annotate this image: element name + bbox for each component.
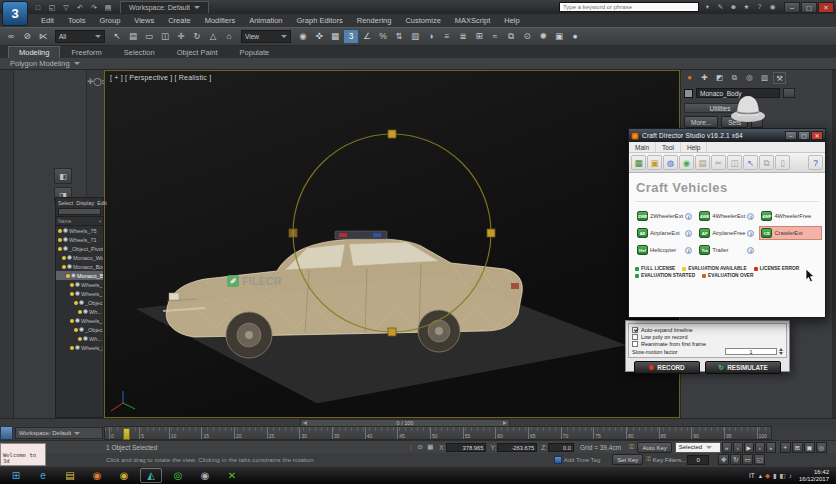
info-icon[interactable]: i <box>747 213 754 220</box>
absolute-mode-icon[interactable]: ▦ <box>425 442 435 452</box>
dialog-menu-item[interactable]: Help <box>681 142 707 152</box>
modify-tab-icon[interactable]: ◩ <box>713 72 726 84</box>
isolate-toggle-icon[interactable]: ¡ <box>405 442 415 452</box>
checkbox[interactable] <box>632 341 638 347</box>
maximize-button[interactable]: ▢ <box>801 2 817 13</box>
panel-scrollbar[interactable] <box>832 70 836 418</box>
menu-item[interactable]: Graph Editors <box>290 14 350 27</box>
zoom-all-icon[interactable]: ⊞ <box>792 442 803 453</box>
tree-row[interactable]: Wheels_71 <box>56 235 103 244</box>
mirror-icon[interactable]: ◑ <box>423 29 439 44</box>
mini-select-icon[interactable]: ◯ <box>93 77 101 86</box>
search-input[interactable] <box>559 2 699 12</box>
slow-motion-input[interactable]: 1 <box>725 348 777 355</box>
dialog-title-bar[interactable]: Craft Director Studio v16.2.1 x64 –▢✕ <box>629 129 825 142</box>
info-icon[interactable]: i <box>685 230 692 237</box>
select-and-place-icon[interactable]: ⌂ <box>221 29 237 44</box>
craft-minimize-button[interactable]: – <box>785 131 797 140</box>
explorer-menu-item[interactable]: Edit <box>97 200 106 206</box>
craft-copy-icon[interactable]: ⧉ <box>759 155 774 170</box>
ribbon-tab[interactable]: Populate <box>229 46 281 58</box>
key-filters-button[interactable]: Key Filters... <box>653 457 686 463</box>
layer-explorer-icon[interactable]: ≣ <box>455 29 471 44</box>
angle-snap-icon[interactable]: ∠ <box>359 29 375 44</box>
schematic-view-icon[interactable]: ⧉ <box>503 29 519 44</box>
xbox-app-icon[interactable]: ✕ <box>221 468 243 483</box>
pin-stack-icon[interactable]: ● <box>683 72 696 84</box>
go-to-end-button[interactable]: » <box>766 442 776 453</box>
workspace-selector[interactable]: Workspace: Default <box>120 1 209 13</box>
scene-explorer-icon[interactable]: ⊞ <box>471 29 487 44</box>
tree-row[interactable]: Wheels_76 <box>56 316 103 325</box>
language-indicator[interactable]: IT <box>749 472 755 479</box>
vehicle-item[interactable]: AE AirplaneExt i <box>635 226 694 240</box>
camera-app-icon[interactable]: ◉ <box>194 468 216 483</box>
explorer-menu-item[interactable]: Display <box>76 200 94 206</box>
craft-close-button[interactable]: ✕ <box>811 131 823 140</box>
next-frame-button[interactable]: › <box>755 442 765 453</box>
craft-new-icon[interactable]: ▦ <box>631 155 646 170</box>
craft-cut-icon[interactable]: ✂ <box>711 155 726 170</box>
tree-row[interactable]: _Objec... <box>56 298 103 307</box>
menu-item[interactable]: Customize <box>398 14 447 27</box>
ribbon-tab[interactable]: Modeling <box>8 46 60 58</box>
minimize-button[interactable]: – <box>784 2 800 13</box>
open-file-icon[interactable]: ◱ <box>46 2 58 13</box>
spinner-control[interactable] <box>779 348 783 355</box>
keyboard-shortcut-icon[interactable]: ▦ <box>327 29 343 44</box>
tray-up-icon[interactable]: ▴ <box>759 472 762 480</box>
go-to-start-button[interactable]: « <box>722 442 732 453</box>
bind-to-space-warp-icon[interactable]: ⋉ <box>35 29 51 44</box>
record-button[interactable]: RECORD <box>634 361 700 374</box>
tree-row[interactable]: Monaco_Body <box>56 262 103 271</box>
maximize-viewport-icon[interactable]: ◱ <box>754 454 765 465</box>
vehicle-item[interactable]: Tra Trailer i <box>697 243 756 257</box>
select-and-link-icon[interactable]: ∞ <box>3 29 19 44</box>
tree-row[interactable]: _Object_Pivot_Node_ <box>56 244 103 253</box>
close-button[interactable]: ✕ <box>818 2 834 13</box>
select-by-name-icon[interactable]: ▤ <box>125 29 141 44</box>
menu-item[interactable]: Rendering <box>350 14 399 27</box>
rectangular-selection-icon[interactable]: ▭ <box>141 29 157 44</box>
selection-set-dropdown[interactable]: Selected <box>675 442 721 453</box>
pan-icon[interactable]: ✥ <box>718 454 729 465</box>
more-button[interactable]: More... <box>684 116 718 128</box>
material-editor-icon[interactable]: ⊙ <box>519 29 535 44</box>
help-icon[interactable]: ? <box>754 2 765 12</box>
checkbox[interactable] <box>632 334 638 340</box>
menu-item[interactable]: Edit <box>34 14 61 27</box>
zoom-region-icon[interactable]: ▭ <box>742 454 753 465</box>
perspective-viewport[interactable]: FILECR [ + ] [ Perspective ] [ Realistic… <box>104 70 680 418</box>
create-tab-icon[interactable]: ✚ <box>698 72 711 84</box>
viewport-label[interactable]: [ + ] [ Perspective ] [ Realistic ] <box>110 74 211 81</box>
craft-doc-icon[interactable]: ▯ <box>775 155 790 170</box>
account-icon[interactable]: ◉ <box>767 2 778 12</box>
panel-toggle-a-icon[interactable]: ◧ <box>54 168 72 184</box>
info-icon[interactable]: i <box>747 247 754 254</box>
file-explorer-icon[interactable]: ▤ <box>59 468 81 483</box>
tree-row[interactable]: _Objec... <box>56 325 103 334</box>
tray-network-icon[interactable]: ◧ <box>780 472 786 480</box>
craft-maximize-button[interactable]: ▢ <box>798 131 810 140</box>
select-and-scale-icon[interactable]: △ <box>205 29 221 44</box>
project-folder-icon[interactable]: ▤ <box>102 2 114 13</box>
rendered-frame-icon[interactable]: ▣ <box>551 29 567 44</box>
craft-help-icon[interactable]: ? <box>808 155 823 170</box>
resimulate-button[interactable]: ↻ RESIMULATE <box>705 361 781 374</box>
checkbox[interactable] <box>632 327 638 333</box>
object-color-swatch[interactable] <box>684 89 693 98</box>
vehicle-item[interactable]: 4WE 4WheelerExt i <box>697 209 756 223</box>
time-slider-playhead[interactable] <box>123 428 130 440</box>
name-options-button[interactable] <box>783 88 795 98</box>
chrome-icon[interactable]: ◉ <box>113 468 135 483</box>
use-pivot-point-icon[interactable]: ◉ <box>295 29 311 44</box>
ribbon-tab[interactable]: Object Paint <box>166 46 229 58</box>
favorites-icon[interactable]: ★ <box>741 2 752 12</box>
3ds-max-logo[interactable]: 3 <box>2 1 28 26</box>
tree-row[interactable]: Wheels_70 <box>56 280 103 289</box>
hierarchy-tab-icon[interactable]: ⧉ <box>728 72 741 84</box>
dialog-menu-item[interactable]: Main <box>629 142 656 152</box>
explorer-search-field[interactable] <box>58 208 101 215</box>
ribbon-panel-collapsed[interactable]: Polygon Modeling <box>0 58 836 70</box>
community-icon[interactable]: ☻ <box>728 2 739 12</box>
